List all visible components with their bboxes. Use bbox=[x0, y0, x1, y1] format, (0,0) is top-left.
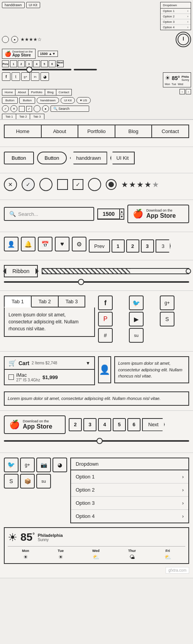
mini-appstore[interactable]: 🍎 Download on the App Store bbox=[2, 49, 36, 59]
radio-empty[interactable] bbox=[88, 178, 101, 191]
cart-expand[interactable]: ▼ bbox=[86, 360, 90, 366]
user-icon-btn[interactable]: 👤 bbox=[4, 237, 19, 251]
mini-number-input[interactable]: 1500 ▲▼ bbox=[38, 51, 58, 57]
mini-page-6[interactable]: 6 bbox=[49, 60, 56, 67]
mini-check-circle[interactable]: ✓ bbox=[2, 105, 9, 112]
mini-radio-empty[interactable] bbox=[2, 36, 9, 43]
skype-btn[interactable]: S bbox=[160, 312, 174, 326]
mini-nav-portfolio[interactable]: Portfolio bbox=[29, 89, 45, 95]
button-uikit[interactable]: UI Kit bbox=[110, 152, 135, 164]
button-2[interactable]: Button bbox=[37, 152, 67, 164]
su-btn[interactable]: su bbox=[129, 328, 144, 343]
mini-btn-uikit[interactable]: UI Kit bbox=[61, 97, 75, 104]
facebook-btn[interactable]: f bbox=[98, 296, 113, 310]
mini-x-circle[interactable]: ✕ bbox=[10, 105, 17, 112]
gear-icon-btn[interactable]: ⚙ bbox=[72, 237, 86, 251]
nav-home[interactable]: Home bbox=[5, 125, 42, 137]
mini-dropdown-opt2[interactable]: Option 2 › bbox=[161, 14, 191, 19]
mini-checkbox-empty[interactable] bbox=[19, 106, 25, 112]
mini-page-5[interactable]: 5 bbox=[41, 60, 48, 67]
mini-nav-contact[interactable]: Contact bbox=[56, 89, 72, 95]
next-button[interactable]: 3 bbox=[156, 239, 171, 253]
mini-radio-empty2[interactable] bbox=[34, 105, 41, 112]
twitter-btn[interactable]: 🐦 bbox=[129, 296, 144, 310]
mini-checkbox-checked[interactable]: ✓ bbox=[26, 106, 32, 112]
mini-next[interactable]: Next ▶ bbox=[57, 60, 64, 67]
progress-thumb[interactable] bbox=[186, 268, 191, 274]
mini-icon-facebook[interactable]: f bbox=[2, 72, 10, 81]
tab-2[interactable]: Tab 2 bbox=[31, 296, 59, 307]
button-handdrawn[interactable]: handdrawn bbox=[70, 152, 107, 164]
skype-btn-2[interactable]: S bbox=[4, 474, 19, 489]
dropbox-btn[interactable]: 📦 bbox=[20, 474, 35, 489]
mini-dropdown-opt3[interactable]: Option 3 › bbox=[161, 19, 191, 25]
mini-page-4[interactable]: 4 bbox=[33, 60, 40, 67]
page-2[interactable]: 2 bbox=[126, 239, 139, 253]
page2-5[interactable]: 5 bbox=[113, 418, 126, 431]
dropdown-opt3[interactable]: Option 3 › bbox=[71, 497, 188, 510]
mini-search[interactable]: 🔍 Search bbox=[51, 106, 89, 112]
mini-icon-gplus[interactable]: g+ bbox=[21, 72, 30, 81]
prev-button[interactable]: Prev bbox=[89, 239, 110, 253]
mini-radio-dot[interactable]: ● bbox=[11, 36, 18, 43]
mini-prev[interactable]: Prev bbox=[2, 60, 9, 67]
page2-4[interactable]: 4 bbox=[98, 418, 111, 431]
page2-6[interactable]: 6 bbox=[127, 418, 141, 431]
search-input-box[interactable]: 🔍 Search... bbox=[4, 207, 94, 221]
appstore-button[interactable]: 🍎 Download on the App Store bbox=[127, 205, 189, 223]
square-empty[interactable] bbox=[57, 179, 68, 190]
square-checked[interactable]: ✓ bbox=[73, 179, 83, 190]
tab-3[interactable]: Tab 3 bbox=[58, 296, 86, 307]
mini-btn-1[interactable]: Button bbox=[2, 97, 18, 104]
mini-nav-home[interactable]: Home bbox=[2, 89, 15, 95]
bell-icon-btn[interactable]: 🔔 bbox=[21, 237, 36, 251]
page2-3[interactable]: 3 bbox=[83, 418, 96, 431]
nav-about[interactable]: About bbox=[42, 125, 79, 137]
slider-thumb-2[interactable] bbox=[96, 438, 103, 444]
mini-nav-prev[interactable]: ‹ bbox=[179, 89, 185, 94]
mini-tab-2[interactable]: Tab 2 bbox=[16, 114, 30, 120]
circle-check[interactable]: ✓ bbox=[22, 178, 35, 191]
mini-icon-instagram[interactable]: in bbox=[31, 72, 39, 81]
cart-checkbox[interactable] bbox=[8, 374, 14, 380]
mini-tab-1[interactable]: Tab 1 bbox=[2, 114, 17, 120]
dropdown-opt2[interactable]: Option 2 › bbox=[71, 483, 188, 497]
mini-tab-3[interactable]: Tab 3 bbox=[30, 114, 44, 120]
calendar-icon-btn[interactable]: 📅 bbox=[38, 237, 52, 251]
heart-icon-btn[interactable]: ♥ bbox=[55, 237, 69, 251]
number-input[interactable]: 1500 ▲ ▼ bbox=[97, 208, 124, 220]
page-3[interactable]: 3 bbox=[141, 239, 154, 253]
su-btn-2[interactable]: su bbox=[36, 474, 51, 489]
page2-2[interactable]: 2 bbox=[69, 418, 82, 431]
instagram-btn[interactable]: 📷 bbox=[36, 458, 51, 472]
dropdown-opt1[interactable]: Option 1 › bbox=[71, 470, 188, 483]
nav-contact[interactable]: Contact bbox=[152, 125, 188, 137]
mini-dropdown-opt1[interactable]: Option 1 › bbox=[161, 9, 191, 14]
mini-icon-twitter[interactable]: t bbox=[12, 72, 20, 81]
dropdown-opt4[interactable]: Option 4 › bbox=[71, 510, 188, 523]
dribbble-btn[interactable]: ◕ bbox=[52, 458, 67, 472]
slider-thumb[interactable] bbox=[78, 279, 84, 285]
mini-btn-2[interactable]: Button bbox=[19, 97, 35, 104]
appstore-button-2[interactable]: 🍎 Download on the App Store bbox=[4, 415, 66, 434]
mini-btn-handdrawn[interactable]: handdrawn bbox=[37, 97, 59, 104]
mini-btn-heart[interactable]: ♥ US bbox=[76, 97, 90, 104]
mini-knob[interactable] bbox=[176, 32, 191, 47]
radio-filled[interactable] bbox=[106, 179, 117, 190]
play-btn[interactable]: ▶ bbox=[129, 312, 144, 326]
page-1[interactable]: 1 bbox=[112, 239, 125, 253]
tab-1[interactable]: Tab 1 bbox=[4, 296, 32, 307]
gplus-btn-2[interactable]: g+ bbox=[20, 458, 35, 472]
next-button-2[interactable]: Next bbox=[142, 418, 165, 431]
mini-slider-thumb[interactable] bbox=[26, 67, 32, 73]
mini-dropdown-opt4[interactable]: Option 4 › bbox=[161, 25, 191, 30]
mini-nav-about[interactable]: About bbox=[15, 89, 29, 95]
mini-nav-blog[interactable]: Blog bbox=[45, 89, 56, 95]
mini-nav-next[interactable]: › bbox=[186, 89, 191, 94]
number-up[interactable]: ▲ bbox=[120, 209, 124, 214]
number-down[interactable]: ▼ bbox=[120, 214, 124, 219]
twitter-btn-2[interactable]: 🐦 bbox=[4, 458, 19, 472]
mini-icon-dribbble[interactable]: ◕ bbox=[41, 72, 49, 81]
nav-portfolio[interactable]: Portfolio bbox=[78, 125, 115, 137]
mini-page-1[interactable]: 1 bbox=[10, 60, 17, 67]
